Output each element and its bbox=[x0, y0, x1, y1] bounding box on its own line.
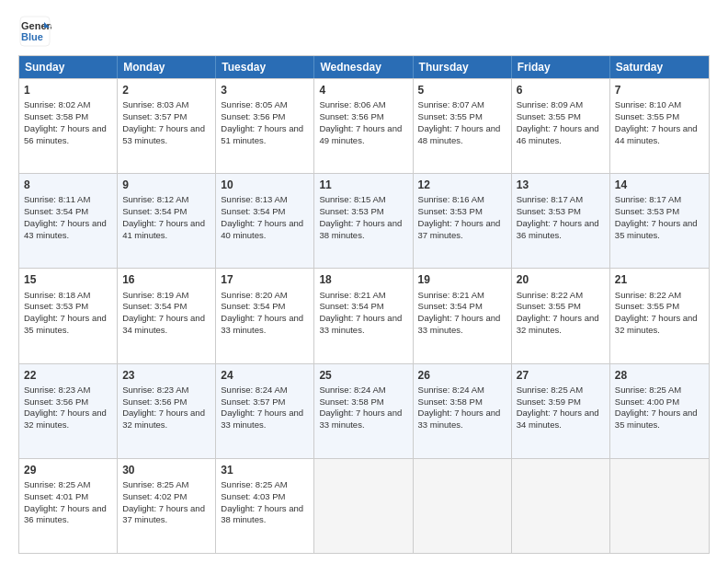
daylight: Daylight: 7 hours and 38 minutes. bbox=[221, 503, 303, 525]
empty-cell bbox=[414, 459, 512, 553]
day-cell-2: 2 Sunrise: 8:03 AM Sunset: 3:57 PM Dayli… bbox=[118, 79, 216, 173]
page: General Blue SundayMondayTuesdayWednesda… bbox=[0, 0, 728, 563]
daylight: Daylight: 7 hours and 32 minutes. bbox=[615, 313, 698, 335]
header-day-monday: Monday bbox=[118, 56, 216, 78]
sunrise: Sunrise: 8:22 AM bbox=[615, 290, 681, 300]
day-number: 28 bbox=[615, 368, 704, 383]
sunset: Sunset: 4:03 PM bbox=[221, 491, 285, 501]
svg-text:Blue: Blue bbox=[21, 31, 43, 42]
sunset: Sunset: 4:01 PM bbox=[24, 491, 88, 501]
empty-cell bbox=[610, 459, 709, 553]
daylight: Daylight: 7 hours and 32 minutes. bbox=[122, 408, 205, 430]
sunrise: Sunrise: 8:10 AM bbox=[615, 99, 681, 109]
day-number: 10 bbox=[221, 178, 309, 192]
empty-cell bbox=[512, 459, 610, 553]
sunset: Sunset: 3:56 PM bbox=[122, 396, 187, 407]
sunrise: Sunrise: 8:25 AM bbox=[221, 479, 287, 489]
sunset: Sunset: 3:58 PM bbox=[319, 396, 383, 407]
sunrise: Sunrise: 8:25 AM bbox=[24, 479, 90, 489]
day-cell-18: 18 Sunrise: 8:21 AM Sunset: 3:54 PM Dayl… bbox=[314, 269, 413, 362]
sunrise: Sunrise: 8:19 AM bbox=[122, 290, 188, 300]
day-number: 24 bbox=[221, 368, 309, 383]
sunrise: Sunrise: 8:21 AM bbox=[418, 290, 484, 300]
header-day-sunday: Sunday bbox=[19, 56, 118, 78]
day-cell-15: 15 Sunrise: 8:18 AM Sunset: 3:53 PM Dayl… bbox=[19, 269, 118, 362]
header-day-tuesday: Tuesday bbox=[216, 56, 314, 78]
daylight: Daylight: 7 hours and 33 minutes. bbox=[221, 408, 303, 430]
header-day-thursday: Thursday bbox=[414, 56, 512, 78]
day-cell-7: 7 Sunrise: 8:10 AM Sunset: 3:55 PM Dayli… bbox=[610, 79, 709, 173]
day-cell-21: 21 Sunrise: 8:22 AM Sunset: 3:55 PM Dayl… bbox=[610, 269, 709, 362]
sunrise: Sunrise: 8:25 AM bbox=[517, 385, 583, 395]
sunrise: Sunrise: 8:18 AM bbox=[24, 290, 90, 300]
day-number: 22 bbox=[24, 368, 112, 383]
sunrise: Sunrise: 8:06 AM bbox=[319, 99, 385, 109]
daylight: Daylight: 7 hours and 34 minutes. bbox=[122, 313, 205, 335]
daylight: Daylight: 7 hours and 33 minutes. bbox=[319, 313, 402, 335]
day-number: 30 bbox=[122, 463, 210, 477]
sunrise: Sunrise: 8:24 AM bbox=[319, 385, 385, 395]
day-cell-24: 24 Sunrise: 8:24 AM Sunset: 3:57 PM Dayl… bbox=[216, 364, 314, 458]
sunset: Sunset: 3:56 PM bbox=[319, 111, 383, 121]
sunrise: Sunrise: 8:17 AM bbox=[517, 194, 583, 204]
sunset: Sunset: 3:54 PM bbox=[122, 206, 187, 216]
day-number: 19 bbox=[418, 272, 506, 287]
day-cell-30: 30 Sunrise: 8:25 AM Sunset: 4:02 PM Dayl… bbox=[118, 459, 216, 553]
day-number: 20 bbox=[517, 272, 605, 287]
day-number: 18 bbox=[319, 272, 407, 287]
daylight: Daylight: 7 hours and 33 minutes. bbox=[418, 313, 501, 335]
daylight: Daylight: 7 hours and 46 minutes. bbox=[517, 123, 599, 145]
day-number: 3 bbox=[221, 83, 309, 98]
day-number: 6 bbox=[517, 83, 605, 98]
sunset: Sunset: 3:54 PM bbox=[221, 206, 285, 216]
daylight: Daylight: 7 hours and 40 minutes. bbox=[221, 218, 303, 240]
daylight: Daylight: 7 hours and 36 minutes. bbox=[24, 503, 107, 525]
sunset: Sunset: 3:55 PM bbox=[418, 111, 483, 121]
sunset: Sunset: 4:02 PM bbox=[122, 491, 187, 501]
day-cell-19: 19 Sunrise: 8:21 AM Sunset: 3:54 PM Dayl… bbox=[414, 269, 512, 362]
day-number: 8 bbox=[24, 178, 112, 192]
sunrise: Sunrise: 8:23 AM bbox=[122, 385, 188, 395]
day-number: 4 bbox=[319, 83, 407, 98]
sunset: Sunset: 3:54 PM bbox=[319, 301, 383, 311]
empty-cell bbox=[314, 459, 413, 553]
sunset: Sunset: 3:54 PM bbox=[418, 301, 483, 311]
sunrise: Sunrise: 8:03 AM bbox=[122, 99, 188, 109]
day-number: 15 bbox=[24, 272, 112, 287]
day-number: 27 bbox=[517, 368, 605, 383]
header-day-friday: Friday bbox=[512, 56, 610, 78]
day-cell-14: 14 Sunrise: 8:17 AM Sunset: 3:53 PM Dayl… bbox=[610, 174, 709, 268]
sunrise: Sunrise: 8:25 AM bbox=[122, 479, 188, 489]
sunset: Sunset: 3:56 PM bbox=[221, 111, 285, 121]
day-cell-25: 25 Sunrise: 8:24 AM Sunset: 3:58 PM Dayl… bbox=[314, 364, 413, 458]
sunset: Sunset: 3:58 PM bbox=[24, 111, 88, 121]
sunrise: Sunrise: 8:05 AM bbox=[221, 99, 287, 109]
sunset: Sunset: 3:53 PM bbox=[24, 301, 88, 311]
sunset: Sunset: 3:57 PM bbox=[221, 396, 285, 407]
day-cell-28: 28 Sunrise: 8:25 AM Sunset: 4:00 PM Dayl… bbox=[610, 364, 709, 458]
calendar-body: 1 Sunrise: 8:02 AM Sunset: 3:58 PM Dayli… bbox=[19, 78, 709, 553]
daylight: Daylight: 7 hours and 38 minutes. bbox=[319, 218, 402, 240]
day-cell-1: 1 Sunrise: 8:02 AM Sunset: 3:58 PM Dayli… bbox=[19, 79, 118, 173]
day-number: 1 bbox=[24, 83, 112, 98]
daylight: Daylight: 7 hours and 56 minutes. bbox=[24, 123, 107, 145]
calendar-row-3: 22 Sunrise: 8:23 AM Sunset: 3:56 PM Dayl… bbox=[19, 363, 709, 458]
day-cell-12: 12 Sunrise: 8:16 AM Sunset: 3:53 PM Dayl… bbox=[414, 174, 512, 268]
calendar-row-2: 15 Sunrise: 8:18 AM Sunset: 3:53 PM Dayl… bbox=[19, 268, 709, 362]
sunrise: Sunrise: 8:24 AM bbox=[418, 385, 484, 395]
sunrise: Sunrise: 8:02 AM bbox=[24, 99, 90, 109]
sunset: Sunset: 3:55 PM bbox=[517, 111, 581, 121]
sunset: Sunset: 3:53 PM bbox=[418, 206, 483, 216]
day-number: 31 bbox=[221, 463, 309, 477]
sunrise: Sunrise: 8:24 AM bbox=[221, 385, 287, 395]
day-cell-5: 5 Sunrise: 8:07 AM Sunset: 3:55 PM Dayli… bbox=[414, 79, 512, 173]
day-cell-31: 31 Sunrise: 8:25 AM Sunset: 4:03 PM Dayl… bbox=[216, 459, 314, 553]
daylight: Daylight: 7 hours and 49 minutes. bbox=[319, 123, 402, 145]
sunset: Sunset: 3:58 PM bbox=[418, 396, 483, 407]
daylight: Daylight: 7 hours and 34 minutes. bbox=[517, 408, 599, 430]
day-number: 21 bbox=[615, 272, 704, 287]
day-cell-17: 17 Sunrise: 8:20 AM Sunset: 3:54 PM Dayl… bbox=[216, 269, 314, 362]
day-number: 12 bbox=[418, 178, 506, 192]
day-number: 13 bbox=[517, 178, 605, 192]
day-cell-11: 11 Sunrise: 8:15 AM Sunset: 3:53 PM Dayl… bbox=[314, 174, 413, 268]
